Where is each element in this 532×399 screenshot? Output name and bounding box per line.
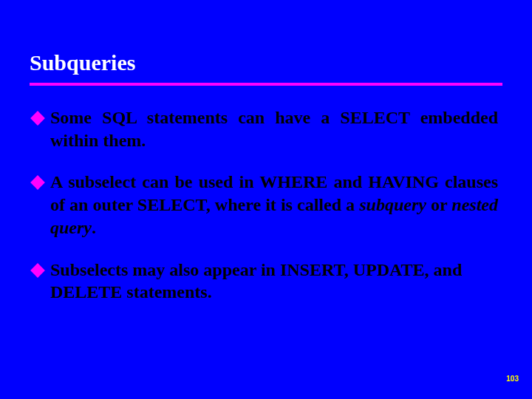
slide-title: Subqueries [30, 50, 502, 78]
bullet-text-emphasis: subquery [359, 195, 426, 214]
diamond-bullet-icon [30, 176, 45, 191]
page-number: 103 [506, 375, 519, 383]
bullet-text: Some SQL statements can have a SELECT em… [50, 106, 498, 151]
bullet-text-part: or [426, 195, 451, 214]
bullet-item: Subselects may also appear in INSERT, UP… [33, 259, 498, 304]
bullet-text: A subselect can be used in WHERE and HAV… [50, 171, 498, 239]
slide: Subqueries Some SQL statements can have … [0, 0, 532, 399]
diamond-bullet-icon [30, 263, 45, 278]
diamond-bullet-icon [30, 111, 45, 126]
bullet-text-part: . [92, 218, 96, 237]
bullet-item: Some SQL statements can have a SELECT em… [33, 106, 498, 151]
title-underline [30, 83, 502, 86]
bullet-text: Subselects may also appear in INSERT, UP… [50, 259, 498, 304]
bullet-item: A subselect can be used in WHERE and HAV… [33, 171, 498, 239]
bullet-list: Some SQL statements can have a SELECT em… [30, 106, 502, 304]
